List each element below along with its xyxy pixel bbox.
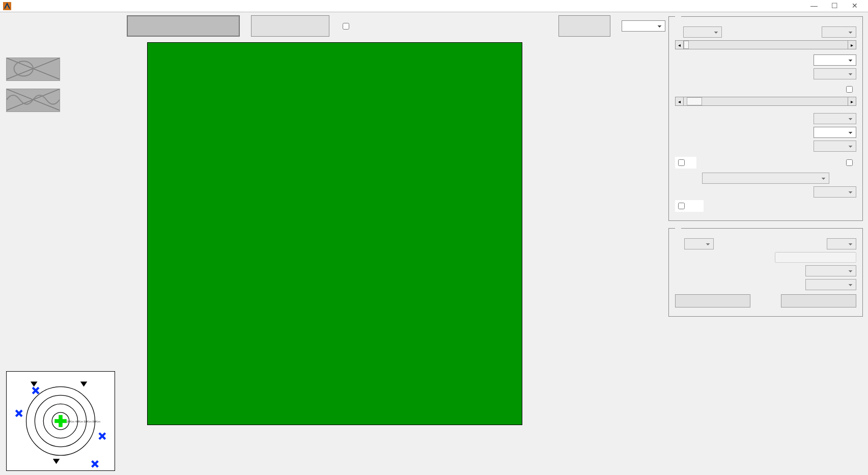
velocity-select[interactable] xyxy=(814,68,856,79)
dig-noise-select[interactable] xyxy=(805,265,856,276)
pause-button[interactable] xyxy=(127,15,240,37)
threshold-scrollbar[interactable]: ◂▸ xyxy=(675,97,856,106)
svg-text:60Km: 60Km xyxy=(84,420,92,423)
update-rate-select[interactable] xyxy=(814,186,856,198)
svg-point-3 xyxy=(14,61,33,76)
reset-button[interactable] xyxy=(558,15,610,37)
use-mti-checkbox[interactable] xyxy=(844,158,856,167)
antenna-thumbnail xyxy=(6,58,60,81)
match-filter-checkbox[interactable] xyxy=(675,157,696,169)
minimize-button[interactable]: — xyxy=(804,1,824,11)
mountains-select[interactable] xyxy=(827,238,856,249)
close-button[interactable]: ✕ xyxy=(845,1,865,11)
amplitude-select[interactable] xyxy=(814,54,856,66)
sampling-select[interactable] xyxy=(814,113,856,124)
radar-plot-axes xyxy=(125,39,668,451)
stagger-select[interactable] xyxy=(822,26,856,38)
author-block xyxy=(6,14,119,21)
em-noise-select[interactable] xyxy=(805,279,856,290)
radar-ppi-display xyxy=(147,42,522,425)
signal-thumbnail xyxy=(6,89,60,112)
place-mountains-button[interactable] xyxy=(675,294,750,308)
display-targets-button[interactable] xyxy=(781,294,856,308)
surrounding-parameters-panel xyxy=(668,228,863,317)
targets-select[interactable] xyxy=(684,238,714,249)
find-target-checkbox[interactable] xyxy=(341,21,353,31)
pulses-select[interactable] xyxy=(814,141,856,152)
bw-select[interactable] xyxy=(814,127,856,138)
color-scheme-select[interactable] xyxy=(622,20,665,32)
radar-parameters-panel: ◂▸ ◂▸ xyxy=(668,16,863,221)
app-icon xyxy=(3,2,11,10)
pri-select[interactable] xyxy=(683,26,722,38)
rcs-input[interactable] xyxy=(775,252,856,263)
svg-text:20Km: 20Km xyxy=(67,420,74,423)
svg-text:40Km: 40Km xyxy=(75,420,83,423)
antenna-conn-select[interactable] xyxy=(702,173,829,184)
maximize-button[interactable]: ☐ xyxy=(824,1,845,11)
minimap: 20Km40Km60Km80Km xyxy=(6,371,115,471)
cfar-checkbox[interactable] xyxy=(844,85,856,94)
pw-scrollbar[interactable]: ◂▸ xyxy=(675,40,856,49)
buffer-analyze-button[interactable] xyxy=(251,15,329,37)
persistent-display-checkbox[interactable] xyxy=(675,200,704,212)
window-titlebar: — ☐ ✕ xyxy=(0,0,868,12)
svg-text:80Km: 80Km xyxy=(92,420,100,423)
